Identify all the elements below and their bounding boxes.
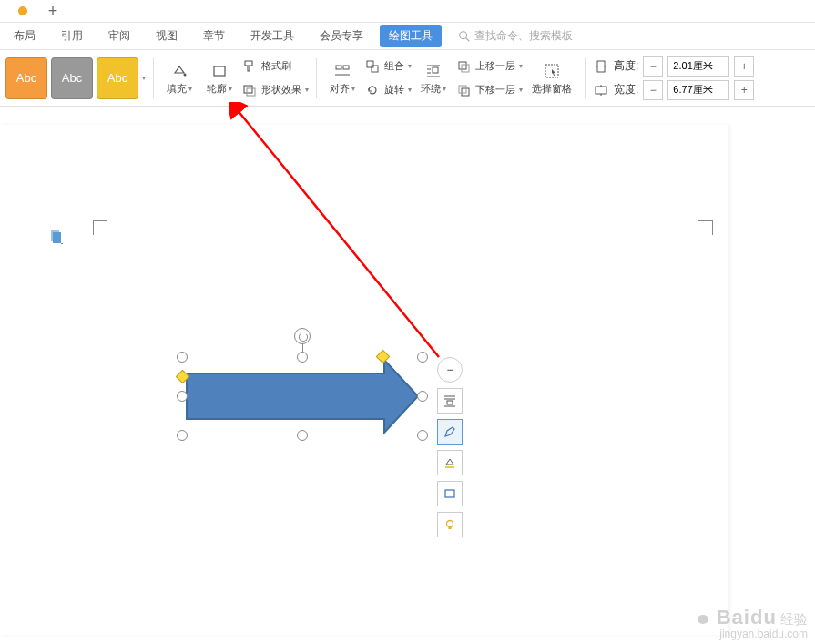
paragraph-options-icon[interactable] (50, 230, 63, 244)
brush-icon (241, 58, 258, 75)
float-layout-button[interactable] (437, 388, 463, 414)
svg-rect-4 (244, 86, 252, 93)
menu-dev-tools[interactable]: 开发工具 (241, 25, 303, 47)
width-decrease[interactable]: − (643, 80, 663, 100)
menu-drawing-tools[interactable]: 绘图工具 (380, 25, 442, 47)
fill-icon (169, 61, 189, 81)
floating-toolbar: − (437, 357, 463, 537)
document-canvas[interactable]: − (0, 107, 815, 644)
resize-handle-tl[interactable] (177, 352, 188, 363)
page-margin-corner-tl (93, 220, 107, 235)
style-swatch-orange[interactable]: Abc (5, 57, 47, 99)
shape-effect-button[interactable]: 形状效果▾ (241, 80, 309, 100)
svg-rect-21 (597, 61, 605, 72)
menu-chapter[interactable]: 章节 (194, 25, 234, 47)
style-swatch-yellow[interactable]: Abc (97, 57, 138, 99)
height-icon (593, 58, 609, 75)
svg-rect-35 (445, 490, 454, 497)
resize-handle-mr[interactable] (417, 391, 428, 402)
bring-forward-icon (455, 58, 472, 75)
rotation-handle[interactable] (294, 328, 311, 344)
menu-view[interactable]: 视图 (147, 25, 187, 47)
separator (316, 58, 317, 98)
resize-handle-tm[interactable] (297, 352, 308, 363)
height-decrease[interactable]: − (643, 56, 663, 77)
layout-icon (443, 394, 457, 408)
select-pane-icon (542, 61, 562, 81)
width-icon (593, 82, 609, 98)
search-placeholder: 查找命令、搜索模板 (474, 28, 573, 44)
svg-rect-9 (367, 61, 373, 67)
page-margin-corner-tr (698, 220, 713, 235)
resize-handle-bm[interactable] (297, 430, 308, 441)
svg-rect-5 (247, 88, 255, 96)
align-icon (332, 61, 352, 81)
format-painter-button[interactable]: 格式刷 (241, 56, 309, 77)
float-collapse-button[interactable]: − (437, 357, 463, 383)
select-pane-button[interactable]: 选择窗格 (526, 61, 577, 96)
rect-icon (443, 486, 457, 501)
tab-bar: + (0, 0, 815, 23)
width-increase[interactable]: + (734, 80, 754, 100)
wrap-button[interactable]: 环绕▾ (415, 61, 452, 96)
height-increase[interactable]: + (734, 56, 754, 77)
svg-rect-10 (372, 66, 378, 72)
resize-handle-bl[interactable] (177, 430, 188, 441)
bulb-icon (443, 517, 457, 532)
ribbon: Abc Abc Abc ▾ 填充▾ 轮廓▾ 格式刷 形状效果▾ (0, 50, 815, 107)
svg-rect-34 (445, 466, 454, 468)
align-button[interactable]: 对齐▾ (324, 61, 361, 96)
svg-rect-28 (53, 232, 61, 243)
svg-rect-3 (214, 66, 225, 76)
float-effects-button[interactable] (437, 512, 463, 537)
send-backward-button[interactable]: 下移一层▾ (455, 80, 523, 100)
separator (585, 58, 586, 98)
svg-line-1 (466, 37, 470, 41)
outline-button[interactable]: 轮廓▾ (201, 61, 238, 96)
style-swatch-gray[interactable]: Abc (51, 57, 93, 99)
wrap-icon (423, 61, 443, 81)
outline-icon (209, 61, 229, 81)
float-fill-button[interactable] (437, 450, 463, 475)
bucket-icon (443, 455, 457, 470)
style-gallery-expand-icon[interactable]: ▾ (142, 74, 146, 82)
svg-rect-16 (459, 62, 466, 69)
svg-rect-32 (447, 401, 453, 404)
menu-review[interactable]: 审阅 (99, 25, 139, 47)
group-button[interactable]: 组合▾ (364, 56, 412, 77)
height-input[interactable] (667, 56, 729, 77)
float-shape-button[interactable] (437, 481, 463, 506)
svg-rect-6 (336, 66, 341, 69)
resize-handle-br[interactable] (417, 430, 428, 441)
arrow-shape[interactable] (182, 357, 423, 435)
pencil-icon (443, 424, 457, 439)
float-outline-button[interactable] (437, 419, 463, 445)
menu-member[interactable]: 会员专享 (311, 25, 372, 47)
search-box[interactable]: 查找命令、搜索模板 (458, 28, 573, 44)
svg-point-2 (184, 73, 187, 76)
resize-handle-ml[interactable] (177, 391, 188, 402)
menu-bar: 布局 引用 审阅 视图 章节 开发工具 会员专享 绘图工具 查找命令、搜索模板 (0, 23, 815, 50)
rotate-icon (364, 82, 381, 98)
resize-handle-tr[interactable] (417, 352, 428, 363)
bring-forward-button[interactable]: 上移一层▾ (455, 56, 523, 77)
svg-rect-13 (433, 67, 438, 73)
rotate-button[interactable]: 旋转▾ (364, 80, 412, 100)
svg-rect-24 (596, 87, 606, 94)
group-icon (364, 58, 381, 75)
paw-icon (693, 606, 713, 624)
height-label: 高度: (614, 58, 638, 74)
svg-point-36 (447, 521, 453, 527)
selected-shape[interactable] (182, 330, 423, 448)
svg-point-0 (460, 31, 467, 38)
svg-rect-18 (462, 88, 469, 96)
new-tab-button[interactable]: + (46, 4, 60, 18)
fill-button[interactable]: 填充▾ (161, 61, 198, 96)
menu-layout[interactable]: 布局 (5, 25, 45, 47)
send-backward-icon (455, 82, 472, 98)
width-input[interactable] (667, 80, 729, 100)
separator (153, 58, 154, 98)
menu-references[interactable]: 引用 (52, 25, 92, 47)
search-icon (458, 30, 471, 43)
width-label: 宽度: (614, 82, 638, 97)
